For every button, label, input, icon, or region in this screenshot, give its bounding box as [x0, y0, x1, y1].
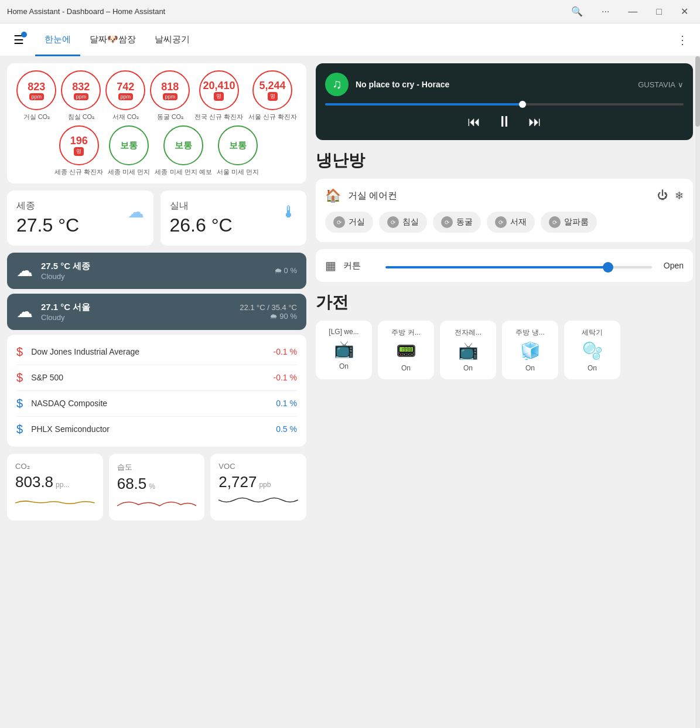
- appliance-card[interactable]: 세탁기 🫧 On: [564, 321, 620, 379]
- nav-tabs: 한눈에 달짜🐶쌈장 날씨공기: [35, 23, 672, 56]
- spotify-device[interactable]: GUSTAVIA ∨: [638, 80, 684, 89]
- curtain-status: Open: [664, 261, 684, 270]
- navbar: ☰ 한눈에 달짜🐶쌈장 날씨공기 ⋮: [0, 23, 700, 56]
- spotify-card: ♫ No place to cry - Horace GUSTAVIA ∨ ⏮ …: [316, 63, 693, 140]
- stock-name: NASDAQ Composite: [31, 399, 276, 408]
- aq-item: 보통서울 미세 먼지: [217, 125, 259, 176]
- hamburger-menu[interactable]: ☰: [7, 28, 30, 52]
- tab-dalja[interactable]: 달짜🐶쌈장: [80, 23, 145, 56]
- close-button[interactable]: ✕: [676, 4, 693, 19]
- aq-item: 20,410명전국 신규 확진자: [194, 70, 243, 121]
- stock-name: S&P 500: [31, 373, 273, 382]
- sensor-value: 2,727: [218, 473, 257, 491]
- curtain-name: 커튼: [343, 260, 378, 271]
- stock-name: PHLX Semiconductor: [31, 424, 276, 434]
- snowflake-icon[interactable]: ❄: [675, 189, 684, 202]
- stock-change: -0.1 %: [274, 347, 297, 356]
- room-icon: ⟳: [441, 216, 453, 228]
- nav-more-icon[interactable]: ⋮: [672, 28, 693, 52]
- room-button[interactable]: ⟳알파룸: [541, 212, 597, 233]
- appliance-name: [LG] we...: [329, 328, 358, 336]
- forecast-sejong-info: 27.5 °C 세종 Cloudy: [41, 261, 274, 281]
- appliance-name: 주방 커...: [391, 328, 420, 338]
- forecast-sejong: ☁ 27.5 °C 세종 Cloudy 🌧 0 %: [7, 253, 306, 289]
- forecast-seoul-temp: 27.1 °C 서울: [41, 302, 240, 313]
- weather-row: 세종 27.5 °C ☁ 실내 26.6 °C 🌡: [7, 190, 306, 246]
- appliance-section-title: 가전: [316, 291, 693, 314]
- hvac-card: 🏠 거실 에어컨 ⏻ ❄ ⟳거실⟳침실⟳동굴⟳서재⟳알파룸: [316, 179, 693, 242]
- stock-row: $ S&P 500 -0.1 %: [16, 365, 297, 391]
- appliance-card[interactable]: [LG] we... 📺 On: [316, 321, 372, 379]
- forecast-seoul-desc: Cloudy: [41, 313, 240, 322]
- appliance-icon: 🧊: [520, 341, 541, 360]
- forecast-seoul: ☁ 27.1 °C 서울 Cloudy 22.1 °C / 35.4 °C 🌧 …: [7, 294, 306, 330]
- titlebar-title: Home Assistant - Dashboard – Home Assist…: [7, 7, 165, 16]
- curtain-slider-wrap: [385, 261, 652, 270]
- spotify-top: ♫ No place to cry - Horace GUSTAVIA ∨: [325, 73, 684, 96]
- next-button[interactable]: ⏭: [528, 114, 541, 130]
- titlebar-left: Home Assistant - Dashboard – Home Assist…: [7, 7, 165, 16]
- search-icon[interactable]: 🔍: [566, 4, 588, 19]
- spotify-song-name: No place to cry - Horace: [356, 80, 631, 89]
- indoor-weather-card: 실내 26.6 °C 🌡: [161, 190, 307, 246]
- maximize-button[interactable]: □: [651, 4, 667, 19]
- hvac-section-title: 냉난방: [316, 149, 693, 172]
- forecast-sejong-rain: 🌧 0 %: [274, 266, 297, 275]
- sejong-title: 세종: [16, 200, 79, 212]
- stock-row: $ Dow Jones Industrial Average -0.1 %: [16, 339, 297, 365]
- stock-change: 0.5 %: [276, 424, 297, 434]
- appliance-icon: 📺: [458, 341, 479, 360]
- sensor-unit: %: [149, 482, 155, 491]
- room-icon: ⟳: [495, 216, 507, 228]
- curtain-icon: ▦: [325, 258, 336, 273]
- power-button[interactable]: ⏻: [657, 189, 668, 202]
- room-button[interactable]: ⟳침실: [379, 212, 427, 233]
- sensor-card: VOC 2,727 ppb: [210, 454, 306, 521]
- appliance-card[interactable]: 주방 냉... 🧊 On: [502, 321, 558, 379]
- dollar-icon: $: [16, 371, 23, 385]
- tab-weather[interactable]: 날씨공기: [145, 23, 199, 56]
- appliance-name: 세탁기: [582, 328, 603, 338]
- room-button[interactable]: ⟳서재: [487, 212, 535, 233]
- room-button[interactable]: ⟳거실: [325, 212, 373, 233]
- stock-change: -0.1 %: [274, 373, 297, 382]
- appliance-card[interactable]: 전자레... 📺 On: [440, 321, 496, 379]
- spotify-logo: ♫: [325, 73, 349, 96]
- titlebar-right: 🔍 ··· — □ ✕: [566, 4, 693, 19]
- forecast-cloud-icon2: ☁: [16, 302, 33, 321]
- rain-icon2: 🌧: [269, 312, 277, 321]
- appliance-name: 전자레...: [455, 328, 482, 338]
- pause-button[interactable]: ⏸: [497, 113, 512, 131]
- main-content: 823ppm거실 CO₂832ppm침실 CO₂742ppm서재 CO₂818p…: [0, 56, 700, 728]
- stock-row: $ NASDAQ Composite 0.1 %: [16, 391, 297, 417]
- room-label: 거실: [349, 217, 365, 227]
- scrollbar-thumb[interactable]: [695, 56, 700, 127]
- tab-hanuneye[interactable]: 한눈에: [35, 23, 80, 56]
- room-icon: ⟳: [333, 216, 345, 228]
- aq-item: 보통세종 미세 먼지 예보: [155, 125, 211, 176]
- sensor-value: 803.8: [15, 473, 53, 491]
- room-label: 침실: [402, 217, 419, 227]
- sensor-unit: pp...: [56, 481, 69, 489]
- spotify-controls: ⏮ ⏸ ⏭: [325, 113, 684, 131]
- appliance-status: On: [401, 364, 411, 372]
- sparkline: [218, 491, 298, 509]
- forecast-seoul-info: 27.1 °C 서울 Cloudy: [41, 302, 240, 322]
- hvac-name: 거실 에어컨: [348, 190, 650, 202]
- dollar-icon: $: [16, 397, 23, 410]
- curtain-slider[interactable]: [385, 266, 652, 268]
- progress-bar[interactable]: [325, 103, 684, 106]
- aq-item: 196명세종 신규 확진자: [54, 125, 103, 176]
- appliance-icon: 🫧: [582, 341, 603, 360]
- appliance-icon: 📺: [334, 339, 354, 359]
- more-icon[interactable]: ···: [597, 4, 614, 19]
- appliance-status: On: [525, 364, 535, 372]
- sensor-card: 습도 68.5 %: [109, 454, 205, 521]
- minimize-button[interactable]: —: [623, 4, 642, 19]
- appliance-card[interactable]: 주방 커... 📟 On: [378, 321, 434, 379]
- room-button[interactable]: ⟳동굴: [433, 212, 481, 233]
- indoor-title: 실내: [170, 200, 233, 212]
- prev-button[interactable]: ⏮: [467, 114, 480, 130]
- sparkline: [117, 493, 197, 511]
- hvac-header: 🏠 거실 에어컨 ⏻ ❄: [325, 188, 684, 203]
